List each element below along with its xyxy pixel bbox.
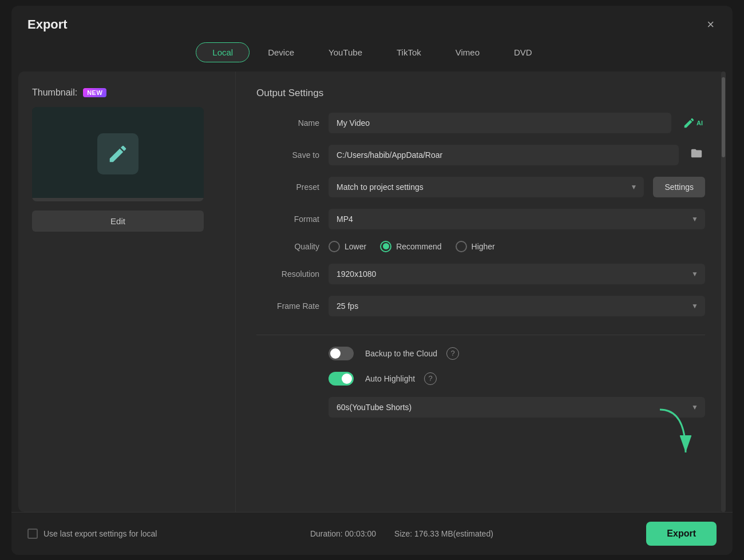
- ai-label: AI: [696, 120, 703, 126]
- tab-youtube[interactable]: YouTube: [312, 42, 378, 62]
- name-label: Name: [256, 118, 319, 128]
- tab-device[interactable]: Device: [252, 42, 310, 62]
- footer: Use last export settings for local Durat…: [11, 512, 733, 555]
- tab-tiktok[interactable]: TikTok: [381, 42, 437, 62]
- auto-highlight-toggle[interactable]: [329, 372, 354, 386]
- quality-lower[interactable]: Lower: [329, 241, 366, 252]
- auto-highlight-row: Auto Highlight ?: [256, 372, 705, 386]
- footer-center: Duration: 00:03:00 Size: 176.33 MB(estim…: [310, 529, 493, 538]
- folder-icon: [690, 147, 703, 160]
- modal-header: Export ×: [11, 6, 733, 40]
- scrollbar-track: [721, 72, 726, 512]
- tab-local[interactable]: Local: [196, 42, 250, 62]
- footer-left: Use last export settings for local: [27, 529, 157, 539]
- preset-row: Preset Match to project settings ▼ Setti…: [256, 177, 705, 197]
- auto-highlight-label: Auto Highlight: [365, 374, 415, 383]
- preset-select[interactable]: Match to project settings: [329, 177, 644, 197]
- frame-rate-select-wrapper: 25 fps ▼: [329, 296, 705, 316]
- radio-recommend-inner: [383, 243, 389, 249]
- tab-dvd[interactable]: DVD: [498, 42, 548, 62]
- edit-button[interactable]: Edit: [32, 211, 204, 232]
- edit-icon: [107, 143, 129, 165]
- resolution-select-wrapper: 1920x1080 ▼: [329, 264, 705, 284]
- left-panel: Thumbnail: NEW Edit: [18, 72, 236, 512]
- auto-highlight-toggle-thumb: [342, 374, 352, 384]
- frame-rate-row: Frame Rate 25 fps ▼: [256, 296, 705, 316]
- thumbnail-label: Thumbnail: NEW: [32, 88, 221, 98]
- divider-1: [256, 335, 705, 335]
- modal-title: Export: [27, 17, 68, 32]
- last-export-checkbox[interactable]: [27, 529, 38, 539]
- saveto-row: Save to: [256, 145, 705, 165]
- backup-help-icon[interactable]: ?: [446, 347, 459, 360]
- resolution-label: Resolution: [256, 269, 319, 279]
- preset-label: Preset: [256, 182, 319, 192]
- saveto-input[interactable]: [329, 145, 679, 165]
- format-select-wrapper: MP4 ▼: [329, 209, 705, 229]
- auto-highlight-dropdown-row: 60s(YouTube Shorts) ▼: [256, 397, 705, 418]
- resolution-row: Resolution 1920x1080 ▼: [256, 264, 705, 284]
- right-panel: Output Settings Name AI Save to: [236, 72, 726, 512]
- auto-highlight-select-wrapper: 60s(YouTube Shorts) ▼: [329, 397, 705, 418]
- frame-rate-select[interactable]: 25 fps: [329, 296, 705, 316]
- tab-vimeo[interactable]: Vimeo: [440, 42, 496, 62]
- frame-rate-label: Frame Rate: [256, 301, 319, 311]
- settings-button[interactable]: Settings: [653, 177, 705, 197]
- scrollbar-thumb[interactable]: [722, 77, 725, 157]
- thumbnail-icon: [97, 133, 138, 174]
- radio-lower-circle: [329, 241, 340, 252]
- new-badge: NEW: [83, 88, 106, 97]
- backup-row: Backup to the Cloud ?: [256, 347, 705, 360]
- quality-options: Lower Recommend Higher: [329, 241, 705, 252]
- ai-pencil-icon: [683, 117, 695, 129]
- duration-stat: Duration: 00:03:00: [310, 529, 376, 538]
- name-input[interactable]: [329, 113, 671, 133]
- backup-label: Backup to the Cloud: [365, 349, 437, 358]
- preset-select-wrapper: Match to project settings ▼: [329, 177, 644, 197]
- resolution-select[interactable]: 1920x1080: [329, 264, 705, 284]
- auto-highlight-select[interactable]: 60s(YouTube Shorts): [329, 397, 705, 418]
- last-export-label: Use last export settings for local: [43, 529, 157, 538]
- close-button[interactable]: ×: [705, 16, 717, 33]
- tabs-row: Local Device YouTube TikTok Vimeo DVD: [11, 40, 733, 72]
- format-label: Format: [256, 215, 319, 224]
- thumbnail-text: Thumbnail:: [32, 88, 77, 98]
- saveto-label: Save to: [256, 150, 319, 160]
- quality-recommend-label: Recommend: [396, 242, 441, 251]
- ai-edit-button[interactable]: AI: [680, 117, 705, 129]
- export-button[interactable]: Export: [646, 522, 717, 546]
- auto-highlight-help-icon[interactable]: ?: [424, 372, 437, 385]
- quality-lower-label: Lower: [345, 242, 366, 251]
- content-area: Thumbnail: NEW Edit Output Settings Name: [18, 72, 726, 512]
- backup-toggle[interactable]: [329, 347, 354, 360]
- backup-toggle-thumb: [330, 348, 341, 359]
- folder-button[interactable]: [688, 147, 705, 162]
- size-stat: Size: 176.33 MB(estimated): [394, 529, 493, 538]
- format-row: Format MP4 ▼: [256, 209, 705, 229]
- thumbnail-preview: [32, 107, 204, 201]
- format-select[interactable]: MP4: [329, 209, 705, 229]
- radio-recommend-circle: [380, 241, 391, 252]
- name-row: Name AI: [256, 113, 705, 133]
- quality-row: Quality Lower Recommend: [256, 241, 705, 252]
- quality-label: Quality: [256, 242, 319, 251]
- export-modal: Export × Local Device YouTube TikTok Vim…: [11, 6, 733, 555]
- quality-recommend[interactable]: Recommend: [380, 241, 441, 252]
- quality-higher-label: Higher: [472, 242, 495, 251]
- quality-higher[interactable]: Higher: [456, 241, 495, 252]
- thumbnail-bottom-bar: [32, 198, 204, 201]
- settings-grid: Name AI Save to: [256, 113, 705, 429]
- output-settings-title: Output Settings: [256, 88, 705, 99]
- radio-higher-circle: [456, 241, 467, 252]
